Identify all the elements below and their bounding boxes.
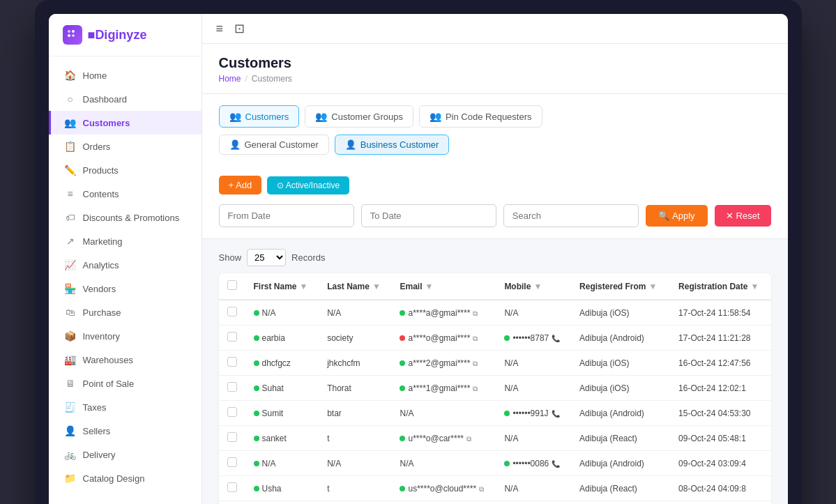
svg-point-0 [68, 30, 70, 33]
table-row: SuhatThorata****1@gmai****⧉N/AAdibuja (i… [219, 376, 771, 401]
sidebar-item-dashboard[interactable]: ○Dashboard [49, 87, 202, 111]
cell-mobile: N/A [496, 351, 571, 376]
cell-registration-date: 04-Oct-24 05:57 [670, 501, 770, 505]
cell-registered-from: Adibuja (iOS) [571, 351, 670, 376]
mobile-status-dot [504, 335, 510, 341]
sidebar-item-marketing[interactable]: ↗Marketing [49, 229, 202, 253]
inventory-icon: 📦 [65, 330, 76, 342]
cell-mobile: N/A [496, 300, 571, 326]
main-tabs: 👥Customers👥Customer Groups👥Pin Code Requ… [219, 105, 771, 128]
sidebar-item-pos[interactable]: 🖥Point of Sale [49, 372, 202, 395]
cell-registered-from: Adibuja (Android) [571, 326, 670, 351]
sidebar-item-inventory[interactable]: 📦Inventory [49, 324, 202, 348]
row-checkbox-5[interactable] [227, 432, 237, 442]
logo-text: ■Diginyze [88, 28, 147, 43]
svg-point-3 [72, 34, 75, 37]
sidebar-item-purchase[interactable]: 🛍Purchase [49, 300, 202, 324]
cell-registration-date: 15-Oct-24 04:53:30 [670, 401, 770, 426]
sidebar-item-contents[interactable]: ≡Contents [49, 182, 202, 206]
row-checkbox-6[interactable] [227, 457, 237, 467]
row-checkbox-4[interactable] [227, 407, 237, 417]
cell-email: a****a@gmai****⧉ [391, 300, 496, 326]
search-input[interactable] [503, 204, 639, 227]
sidebar-item-products[interactable]: ✏️Products [49, 158, 202, 182]
table-row: N/AN/Aa****a@gmai****⧉N/AAdibuja (iOS)17… [219, 300, 771, 326]
customer-groups-tab-icon: 👥 [315, 111, 327, 122]
add-button[interactable]: + Add [219, 176, 262, 194]
email-status-dot [400, 385, 405, 391]
cell-registered-from: Adibuja (iOS) [571, 300, 670, 326]
taxes-icon: 🧾 [65, 402, 76, 413]
col-header-email[interactable]: Email▼ [391, 273, 496, 300]
reset-button[interactable]: ✕ Reset [715, 205, 771, 227]
sidebar-item-label: Home [83, 70, 107, 81]
row-checkbox-2[interactable] [227, 357, 237, 367]
copy-icon[interactable]: ⧉ [473, 385, 478, 392]
cell-registration-date: 16-Oct-24 12:47:56 [670, 351, 770, 376]
cell-first-name: Usha [245, 476, 319, 501]
select-all-checkbox[interactable] [227, 280, 237, 290]
sidebar-item-home[interactable]: 🏠Home [49, 63, 202, 87]
col-header-first_name[interactable]: First Name▼ [245, 273, 319, 300]
cell-first-name: N/A [245, 451, 319, 476]
breadcrumb-home[interactable]: Home [219, 74, 241, 84]
sidebar-item-taxes[interactable]: 🧾Taxes [49, 395, 202, 419]
sidebar-item-catalog[interactable]: 📁Catalog Design [49, 466, 202, 490]
sort-icon: ▼ [750, 282, 759, 291]
cell-email: a****1@gmai****⧉ [391, 376, 496, 401]
hamburger-icon[interactable]: ≡ [216, 22, 224, 36]
customers-icon: 👥 [65, 117, 76, 128]
expand-icon[interactable]: ⊡ [234, 21, 245, 36]
row-checkbox-3[interactable] [227, 382, 237, 392]
sidebar-item-sellers[interactable]: 👤Sellers [49, 419, 202, 443]
col-header-registered_from[interactable]: Registered From▼ [571, 273, 670, 300]
vendors-icon: 🏪 [65, 283, 76, 294]
mobile-status-dot [504, 461, 510, 466]
sidebar-item-warehouses[interactable]: 🏭Warehouses [49, 348, 202, 372]
page-title: Customers [219, 55, 771, 71]
general-subtab-icon: 👤 [229, 139, 241, 150]
sidebar-item-orders[interactable]: 📋Orders [49, 135, 202, 158]
cell-last-name: t [319, 476, 391, 501]
filters-section: + Add ⊙ Active/Inactive 🔍 Apply ✕ [202, 165, 788, 239]
mobile-status-dot [504, 411, 510, 416]
cell-registration-date: 17-Oct-24 11:58:54 [670, 300, 770, 326]
col-header-registration_date[interactable]: Registration Date▼ [670, 273, 770, 300]
sidebar-item-discounts[interactable]: 🏷Discounts & Promotions [49, 206, 202, 229]
col-header-mobile[interactable]: Mobile▼ [496, 273, 571, 300]
row-checkbox-0[interactable] [227, 307, 237, 316]
sidebar-item-label: Taxes [83, 402, 107, 413]
col-header-last_name[interactable]: Last Name▼ [319, 273, 391, 300]
cell-first-name: Mohan [245, 501, 319, 505]
row-checkbox-1[interactable] [227, 332, 237, 342]
cell-mobile: ••••••991J📞 [496, 401, 571, 426]
copy-icon[interactable]: ⧉ [466, 435, 471, 443]
copy-icon[interactable]: ⧉ [479, 485, 484, 493]
sidebar-item-delivery[interactable]: 🚲Delivery [49, 443, 202, 466]
apply-button[interactable]: 🔍 Apply [646, 205, 708, 227]
tab-customers[interactable]: 👥Customers [219, 105, 300, 128]
pin-code-tab-icon: 👥 [430, 111, 441, 122]
tab-customer-groups[interactable]: 👥Customer Groups [305, 105, 413, 128]
tab-pin-code[interactable]: 👥Pin Code Requesters [419, 105, 542, 128]
records-label: Records [291, 252, 325, 263]
active-inactive-button[interactable]: ⊙ Active/Inactive [267, 176, 349, 194]
from-date-input[interactable] [219, 204, 354, 227]
sidebar-item-analytics[interactable]: 📈Analytics [49, 253, 202, 277]
table-controls: Show 102550100 Records [219, 239, 771, 273]
sidebar-item-customers[interactable]: 👥Customers [49, 111, 202, 135]
action-row: + Add ⊙ Active/Inactive [219, 176, 771, 194]
logo: ■Diginyze [49, 14, 202, 56]
copy-icon[interactable]: ⧉ [473, 335, 478, 342]
sub-tab-general[interactable]: 👤General Customer [219, 135, 329, 155]
table-row: SumitbtarN/A••••••991J📞Adibuja (Android)… [219, 401, 771, 426]
svg-point-1 [72, 30, 75, 33]
sub-tab-business[interactable]: 👤Business Customer [335, 135, 450, 155]
sidebar-item-label: Discounts & Promotions [83, 213, 180, 223]
copy-icon[interactable]: ⧉ [473, 310, 478, 317]
records-per-page[interactable]: 102550100 [247, 249, 286, 266]
to-date-input[interactable] [361, 204, 496, 227]
row-checkbox-7[interactable] [227, 482, 237, 492]
sidebar-item-vendors[interactable]: 🏪Vendors [49, 277, 202, 300]
copy-icon[interactable]: ⧉ [473, 360, 478, 367]
